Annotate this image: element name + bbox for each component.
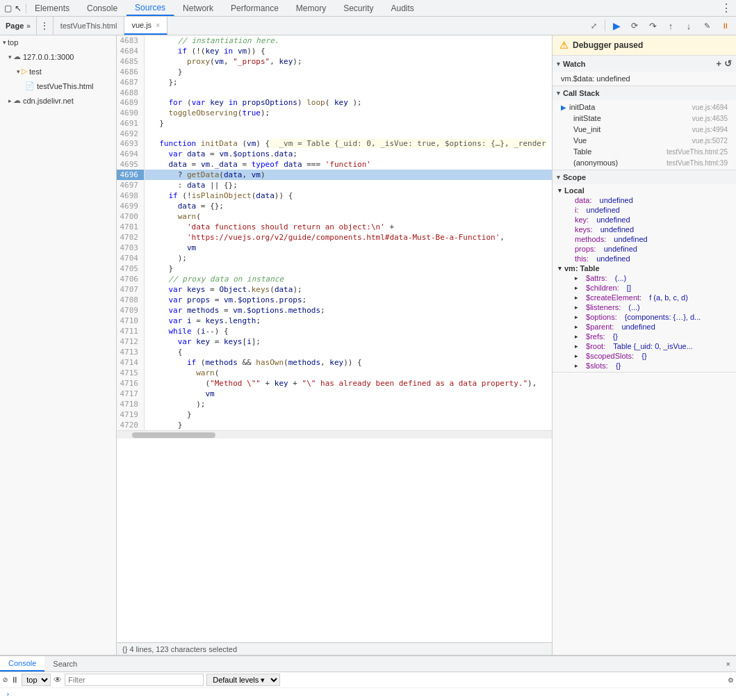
console-settings-icon[interactable]: ⚙ [728, 675, 733, 685]
code-lines: 4683 // instantiation here. 4684 if (!(k… [117, 35, 552, 430]
scope-vm-children[interactable]: ▸ $children: [] [553, 283, 736, 293]
scope-vm-attrs[interactable]: ▸ $attrs: (...) [553, 273, 736, 283]
console-pause-icon[interactable]: ⏸ [10, 675, 19, 685]
step-button[interactable]: ↓ [680, 17, 697, 34]
scope-vm-listeners-arrow[interactable]: ▸ [575, 304, 578, 311]
code-editor: 4683 // instantiation here. 4684 if (!(k… [117, 35, 552, 655]
console-frame-selector[interactable]: top [22, 674, 51, 686]
tab-console[interactable]: Console [79, 0, 126, 16]
tree-label-localhost: 127.0.0.1:3000 [23, 53, 74, 61]
callstack-name-anonymous: (anonymous) [573, 158, 664, 167]
scope-vm-scopedslots-key: $scopedSlots: [586, 352, 634, 360]
scope-local-header[interactable]: ▾ Local [553, 186, 736, 195]
scope-vm-header[interactable]: ▾ vm: Table [553, 263, 736, 273]
console-tab-search[interactable]: Search [44, 656, 85, 671]
tree-item-localhost[interactable]: ▾ ☁ 127.0.0.1:3000 [0, 49, 116, 64]
tab-audits[interactable]: Audits [383, 0, 423, 16]
scope-vm-listeners-key: $listeners: [586, 303, 621, 311]
filetree-more-icon[interactable]: ⋮ [40, 20, 49, 31]
file-icon-testvuethis: 📄 [25, 81, 35, 90]
expand-icon[interactable]: ⤢ [585, 17, 602, 34]
more-icon[interactable]: ⋮ [721, 1, 732, 15]
tree-item-test[interactable]: ▾ ▷ test [0, 64, 116, 79]
tree-item-top[interactable]: ▾ top [0, 35, 116, 49]
callstack-item-table[interactable]: Table testVueThis.html:25 [553, 146, 736, 157]
pause-button[interactable]: ⏸ [717, 17, 733, 34]
scope-item-key: key: undefined [553, 215, 736, 225]
tab-vuejs[interactable]: vue.js × [124, 17, 167, 35]
tab-security[interactable]: Security [335, 0, 382, 16]
callstack-item-anonymous[interactable]: (anonymous) testVueThis.html:39 [553, 157, 736, 168]
console-close-button[interactable]: × [721, 660, 736, 668]
step-over-button[interactable]: ⟳ [626, 17, 643, 34]
scope-key-methods: methods: [575, 235, 606, 243]
code-scroll[interactable]: 4683 // instantiation here. 4684 if (!(k… [117, 35, 552, 642]
console-stop-icon[interactable]: ⊘ [3, 675, 8, 685]
tree-item-testvuethis[interactable]: 📄 testVueThis.html [0, 79, 116, 93]
scope-vm-listeners[interactable]: ▸ $listeners: (...) [553, 302, 736, 312]
callstack-item-initstate[interactable]: initState vue.js:4635 [553, 113, 736, 124]
scope-vm-slots-arrow[interactable]: ▸ [575, 362, 578, 369]
scope-vm-attrs-arrow[interactable]: ▸ [575, 275, 578, 282]
scope-vm-attrs-key: $attrs: [586, 274, 607, 282]
watch-header[interactable]: ▾ Watch + ↺ [553, 56, 736, 72]
tab-network[interactable]: Network [174, 0, 222, 16]
scope-vm-slots[interactable]: ▸ $slots: {} [553, 361, 736, 371]
code-line-4713: 4713 { [117, 347, 552, 357]
scope-vm-scopedslots-arrow[interactable]: ▸ [575, 352, 578, 359]
console-eye-icon[interactable]: 👁 [54, 675, 62, 685]
scope-header[interactable]: ▾ Scope [553, 170, 736, 184]
tree-item-cdn[interactable]: ▸ ☁ cdn.jsdelivr.net [0, 93, 116, 108]
watch-add-icon[interactable]: + [716, 58, 721, 69]
code-scrollbar[interactable] [117, 430, 552, 439]
scope-vm-root-arrow[interactable]: ▸ [575, 343, 578, 350]
console-level-selector[interactable]: Default levels ▾ [206, 674, 280, 686]
callstack-loc-table: testVueThis.html:25 [667, 148, 728, 156]
deactivate-button[interactable]: ✎ [698, 17, 715, 34]
scope-vm-refs-val: {} [613, 332, 618, 341]
tab-testvuethis[interactable]: testVueThis.html [54, 17, 125, 35]
scope-vm-options-arrow[interactable]: ▸ [575, 314, 578, 320]
step-into-button[interactable]: ↷ [644, 17, 661, 34]
callstack-item-vueinit[interactable]: Vue_init vue.js:4994 [553, 124, 736, 135]
code-line-4700: 4700 warn( [117, 211, 552, 222]
console-filter-input[interactable] [65, 674, 204, 686]
page-label: Page [6, 22, 24, 30]
scope-vm-createelement[interactable]: ▸ $createElement: f (a, b, c, d) [553, 293, 736, 302]
tab-elements[interactable]: Elements [26, 0, 79, 16]
scope-vm-refs[interactable]: ▸ $refs: {} [553, 332, 736, 341]
console-tab-console[interactable]: Console [0, 656, 44, 671]
file-tabs: testVueThis.html vue.js × [54, 17, 582, 35]
tree-label-cdn: cdn.jsdelivr.net [23, 97, 74, 105]
scope-vm-refs-arrow[interactable]: ▸ [575, 333, 578, 340]
tab-vuejs-close[interactable]: × [156, 22, 160, 29]
callstack-header[interactable]: ▾ Call Stack [553, 86, 736, 100]
code-line-4707: 4707 var keys = Object.keys(data); [117, 284, 552, 295]
code-line-4720: 4720 } [117, 420, 552, 430]
callstack-item-vue[interactable]: Vue vue.js:5072 [553, 135, 736, 146]
scope-vm-scopedslots[interactable]: ▸ $scopedSlots: {} [553, 351, 736, 361]
tab-performance[interactable]: Performance [222, 0, 288, 16]
scope-key-keys: keys: [575, 225, 593, 234]
right-scroll[interactable]: ▾ Watch + ↺ vm.$data: undefined [553, 56, 736, 655]
scope-vm-parent-arrow[interactable]: ▸ [575, 323, 578, 330]
page-expand-icon[interactable]: » [26, 22, 31, 30]
code-scrollbar-thumb[interactable] [132, 432, 215, 438]
tab-memory[interactable]: Memory [288, 0, 335, 16]
code-line-4694: 4694 var data = vm.$options.data; [117, 149, 552, 159]
resume-button[interactable]: ▶ [608, 17, 625, 34]
callstack-arrow: ▾ [557, 90, 560, 97]
scope-vm-options[interactable]: ▸ $options: {components: {…}, d... [553, 312, 736, 322]
tab-sources[interactable]: Sources [126, 0, 174, 16]
scope-vm-parent[interactable]: ▸ $parent: undefined [553, 322, 736, 332]
code-line-4717: 4717 vm [117, 389, 552, 399]
scope-vm-createelement-arrow[interactable]: ▸ [575, 294, 578, 301]
step-out-button[interactable]: ↑ [662, 17, 679, 34]
scope-vm-children-arrow[interactable]: ▸ [575, 284, 578, 291]
main-content: ▾ top ▾ ☁ 127.0.0.1:3000 ▾ ▷ test [0, 35, 736, 655]
scope-local-label: Local [564, 186, 584, 195]
watch-refresh-icon[interactable]: ↺ [724, 58, 732, 69]
window-icon: ▢ [4, 3, 12, 13]
callstack-item-initdata[interactable]: ▶ initData vue.js:4694 [553, 101, 736, 113]
scope-vm-root[interactable]: ▸ $root: Table {_uid: 0, _isVue... [553, 341, 736, 351]
